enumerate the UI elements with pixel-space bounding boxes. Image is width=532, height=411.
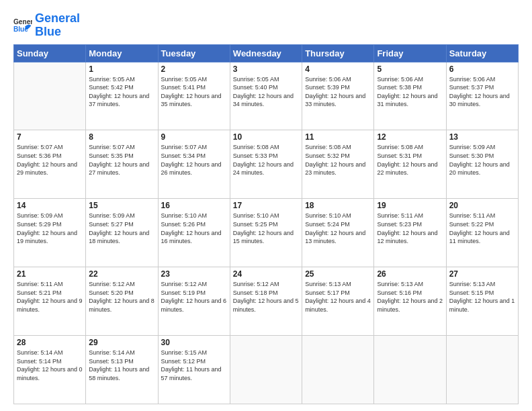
calendar-cell: 14Sunrise: 5:09 AMSunset: 5:29 PMDayligh… (14, 199, 86, 267)
weekday-header-friday: Friday (374, 44, 446, 62)
calendar-cell: 25Sunrise: 5:13 AMSunset: 5:17 PMDayligh… (302, 267, 374, 336)
day-info: Sunrise: 5:11 AMSunset: 5:22 PMDaylight:… (449, 212, 515, 245)
calendar-table: SundayMondayTuesdayWednesdayThursdayFrid… (13, 44, 519, 404)
day-number: 16 (161, 201, 227, 210)
calendar-cell: 16Sunrise: 5:10 AMSunset: 5:26 PMDayligh… (158, 199, 230, 267)
day-info: Sunrise: 5:05 AMSunset: 5:41 PMDaylight:… (161, 75, 227, 109)
day-info: Sunrise: 5:12 AMSunset: 5:20 PMDaylight:… (89, 280, 154, 314)
day-info: Sunrise: 5:07 AMSunset: 5:34 PMDaylight:… (161, 143, 227, 177)
day-number: 18 (305, 201, 371, 210)
day-info: Sunrise: 5:06 AMSunset: 5:37 PMDaylight:… (449, 75, 515, 109)
weekday-header-tuesday: Tuesday (158, 44, 230, 62)
day-info: Sunrise: 5:09 AMSunset: 5:29 PMDaylight:… (17, 212, 83, 245)
header: General Blue General Blue (13, 12, 519, 39)
calendar-cell: 20Sunrise: 5:11 AMSunset: 5:22 PMDayligh… (446, 199, 518, 267)
day-info: Sunrise: 5:10 AMSunset: 5:25 PMDaylight:… (233, 212, 299, 245)
day-info: Sunrise: 5:06 AMSunset: 5:39 PMDaylight:… (305, 75, 371, 109)
calendar-cell: 23Sunrise: 5:12 AMSunset: 5:19 PMDayligh… (158, 267, 230, 336)
svg-text:Blue: Blue (13, 26, 28, 33)
page: General Blue General Blue SundayMondayTu… (0, 0, 532, 411)
calendar-cell: 11Sunrise: 5:08 AMSunset: 5:32 PMDayligh… (302, 130, 374, 199)
day-number: 20 (449, 201, 515, 210)
day-number: 9 (161, 132, 227, 142)
day-number: 21 (17, 269, 83, 279)
day-info: Sunrise: 5:07 AMSunset: 5:36 PMDaylight:… (17, 143, 83, 177)
calendar-week-1: 1Sunrise: 5:05 AMSunset: 5:42 PMDaylight… (14, 62, 519, 130)
day-info: Sunrise: 5:13 AMSunset: 5:17 PMDaylight:… (305, 280, 371, 314)
day-number: 28 (17, 338, 83, 347)
day-info: Sunrise: 5:11 AMSunset: 5:23 PMDaylight:… (377, 212, 443, 245)
day-info: Sunrise: 5:11 AMSunset: 5:21 PMDaylight:… (17, 280, 83, 314)
day-info: Sunrise: 5:10 AMSunset: 5:26 PMDaylight:… (161, 212, 227, 245)
day-number: 26 (377, 269, 443, 279)
calendar-cell: 3Sunrise: 5:05 AMSunset: 5:40 PMDaylight… (230, 62, 302, 130)
day-number: 27 (449, 269, 515, 279)
day-number: 7 (17, 132, 83, 142)
calendar-cell (446, 336, 518, 404)
calendar-cell: 5Sunrise: 5:06 AMSunset: 5:38 PMDaylight… (374, 62, 446, 130)
day-info: Sunrise: 5:12 AMSunset: 5:18 PMDaylight:… (233, 280, 299, 314)
calendar-cell: 28Sunrise: 5:14 AMSunset: 5:14 PMDayligh… (14, 336, 86, 404)
calendar-week-5: 28Sunrise: 5:14 AMSunset: 5:14 PMDayligh… (14, 336, 519, 404)
weekday-header-sunday: Sunday (14, 44, 86, 62)
day-info: Sunrise: 5:09 AMSunset: 5:27 PMDaylight:… (89, 212, 154, 245)
calendar-cell: 17Sunrise: 5:10 AMSunset: 5:25 PMDayligh… (230, 199, 302, 267)
calendar-cell: 24Sunrise: 5:12 AMSunset: 5:18 PMDayligh… (230, 267, 302, 336)
day-info: Sunrise: 5:06 AMSunset: 5:38 PMDaylight:… (377, 75, 443, 109)
calendar-week-3: 14Sunrise: 5:09 AMSunset: 5:29 PMDayligh… (14, 199, 519, 267)
calendar-cell: 7Sunrise: 5:07 AMSunset: 5:36 PMDaylight… (14, 130, 86, 199)
calendar-cell: 4Sunrise: 5:06 AMSunset: 5:39 PMDaylight… (302, 62, 374, 130)
day-number: 15 (89, 201, 154, 210)
calendar-cell: 13Sunrise: 5:09 AMSunset: 5:30 PMDayligh… (446, 130, 518, 199)
day-info: Sunrise: 5:12 AMSunset: 5:19 PMDaylight:… (161, 280, 227, 314)
calendar-cell: 15Sunrise: 5:09 AMSunset: 5:27 PMDayligh… (86, 199, 158, 267)
day-info: Sunrise: 5:13 AMSunset: 5:15 PMDaylight:… (449, 280, 515, 314)
day-number: 11 (305, 132, 371, 142)
calendar-cell: 2Sunrise: 5:05 AMSunset: 5:41 PMDaylight… (158, 62, 230, 130)
day-info: Sunrise: 5:08 AMSunset: 5:32 PMDaylight:… (305, 143, 371, 177)
weekday-header-saturday: Saturday (446, 44, 518, 62)
day-number: 22 (89, 269, 154, 279)
day-number: 19 (377, 201, 443, 210)
calendar-cell: 1Sunrise: 5:05 AMSunset: 5:42 PMDaylight… (86, 62, 158, 130)
logo-general: General (35, 11, 80, 25)
calendar-cell: 8Sunrise: 5:07 AMSunset: 5:35 PMDaylight… (86, 130, 158, 199)
weekday-header-thursday: Thursday (302, 44, 374, 62)
calendar-cell: 27Sunrise: 5:13 AMSunset: 5:15 PMDayligh… (446, 267, 518, 336)
calendar-cell (374, 336, 446, 404)
day-number: 1 (89, 64, 154, 74)
day-number: 10 (233, 132, 299, 142)
day-number: 4 (305, 64, 371, 74)
logo: General Blue General Blue (13, 12, 80, 39)
day-info: Sunrise: 5:10 AMSunset: 5:24 PMDaylight:… (305, 212, 371, 245)
weekday-header-wednesday: Wednesday (230, 44, 302, 62)
calendar-cell (302, 336, 374, 404)
day-number: 17 (233, 201, 299, 210)
day-info: Sunrise: 5:08 AMSunset: 5:33 PMDaylight:… (233, 143, 299, 177)
calendar-cell: 19Sunrise: 5:11 AMSunset: 5:23 PMDayligh… (374, 199, 446, 267)
day-number: 23 (161, 269, 227, 279)
calendar-cell: 21Sunrise: 5:11 AMSunset: 5:21 PMDayligh… (14, 267, 86, 336)
calendar-cell: 30Sunrise: 5:15 AMSunset: 5:12 PMDayligh… (158, 336, 230, 404)
calendar-cell (14, 62, 86, 130)
day-info: Sunrise: 5:08 AMSunset: 5:31 PMDaylight:… (377, 143, 443, 177)
day-info: Sunrise: 5:07 AMSunset: 5:35 PMDaylight:… (89, 143, 154, 177)
day-number: 5 (377, 64, 443, 74)
svg-text:General: General (13, 18, 32, 26)
day-number: 14 (17, 201, 83, 210)
calendar-cell: 29Sunrise: 5:14 AMSunset: 5:13 PMDayligh… (86, 336, 158, 404)
day-info: Sunrise: 5:05 AMSunset: 5:40 PMDaylight:… (233, 75, 299, 109)
day-number: 29 (89, 338, 154, 347)
day-info: Sunrise: 5:14 AMSunset: 5:14 PMDaylight:… (17, 349, 83, 382)
calendar-cell: 9Sunrise: 5:07 AMSunset: 5:34 PMDaylight… (158, 130, 230, 199)
day-number: 2 (161, 64, 227, 74)
day-number: 25 (305, 269, 371, 279)
logo-icon: General Blue (13, 16, 32, 35)
weekday-header-monday: Monday (86, 44, 158, 62)
calendar-cell (230, 336, 302, 404)
calendar-cell: 10Sunrise: 5:08 AMSunset: 5:33 PMDayligh… (230, 130, 302, 199)
day-number: 13 (449, 132, 515, 142)
day-info: Sunrise: 5:14 AMSunset: 5:13 PMDaylight:… (89, 349, 154, 382)
calendar-cell: 22Sunrise: 5:12 AMSunset: 5:20 PMDayligh… (86, 267, 158, 336)
calendar-cell: 18Sunrise: 5:10 AMSunset: 5:24 PMDayligh… (302, 199, 374, 267)
